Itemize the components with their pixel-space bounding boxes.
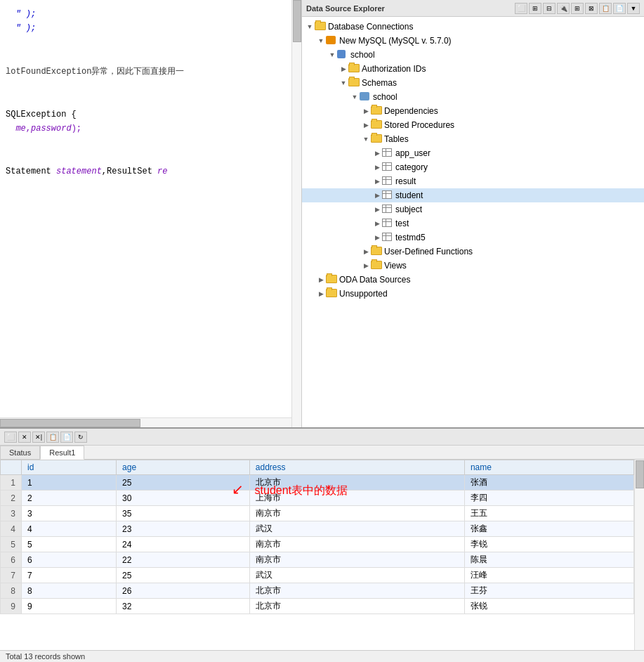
- bottom-btn-close[interactable]: ✕: [18, 431, 31, 443]
- dse-btn-6[interactable]: ⊠: [585, 3, 598, 14]
- tree-label-appuser: app_user: [395, 148, 431, 158]
- table-cell: 1: [22, 475, 117, 491]
- code-panel-scrollbar-h[interactable]: [0, 417, 291, 427]
- data-table-wrapper: id age address name 1125北京市张酒2230上海市李四33…: [0, 460, 634, 650]
- tree-label-result: result: [395, 176, 416, 186]
- tree-schemas[interactable]: ▼ Schemas: [302, 76, 644, 90]
- tab-status[interactable]: Status: [0, 446, 40, 459]
- col-rownum: [1, 460, 22, 475]
- dse-toolbar: ⬜ ⊞ ⊟ 🔌 ⊞ ⊠ 📋 📄 ▼: [515, 3, 640, 14]
- tree-app-user[interactable]: ▶ app_user: [302, 146, 644, 160]
- dse-btn-9[interactable]: ▼: [627, 3, 640, 14]
- bottom-status: Total 13 records shown: [0, 650, 644, 662]
- tree-label-mysql: New MySQL (MySQL v. 5.7.0): [339, 36, 452, 46]
- tree-category[interactable]: ▶ category: [302, 160, 644, 174]
- col-address: address: [249, 460, 464, 475]
- table-cell: 3: [22, 506, 117, 521]
- expand-icon-schemas: ▼: [339, 78, 348, 88]
- expand-icon-school: ▼: [327, 50, 337, 60]
- expand-icon-cat: ▶: [372, 162, 382, 172]
- table-cell: 25: [117, 475, 250, 491]
- tab-result1[interactable]: Result1: [40, 446, 84, 460]
- tree-label-student: student: [395, 190, 423, 200]
- tree-label-deps: Dependencies: [384, 106, 438, 116]
- table-header-row: id age address name: [1, 460, 634, 475]
- tree-student[interactable]: ▶ student ➜: [302, 188, 644, 202]
- cell-rownum: 6: [1, 552, 22, 568]
- tree-dependencies[interactable]: ▶ Dependencies: [302, 104, 644, 118]
- expand-icon-testmd5: ▶: [372, 233, 382, 242]
- expand-icon-school-schema: ▼: [350, 92, 360, 102]
- tree-oda[interactable]: ▶ ODA Data Sources: [302, 273, 644, 287]
- tree-label-sp: Stored Procedures: [384, 120, 454, 130]
- bottom-toolbar: ⬜ ✕ ✕| 📋 📄 ↻: [0, 429, 644, 446]
- expand-icon-sp: ▶: [361, 120, 371, 130]
- table-cell: 李锐: [464, 537, 633, 552]
- table-cell: 32: [117, 599, 250, 614]
- tree-unsupported[interactable]: ▶ Unsupported: [302, 287, 644, 301]
- tree-result[interactable]: ▶ result: [302, 174, 644, 188]
- dse-btn-5[interactable]: ⊞: [571, 3, 584, 14]
- bottom-btn-closex[interactable]: ✕|: [32, 431, 45, 443]
- cell-rownum: 1: [1, 475, 22, 491]
- tree-label-school-db: school: [350, 50, 375, 60]
- dse-panel: Data Source Explorer ⬜ ⊞ ⊟ 🔌 ⊞ ⊠ 📋 📄 ▼ ▼…: [302, 0, 644, 427]
- tree-stored-procedures[interactable]: ▶ Stored Procedures: [302, 118, 644, 132]
- tree-school-db[interactable]: ▼ school: [302, 48, 644, 62]
- tree-authorization-ids[interactable]: ▶ Authorization IDs: [302, 62, 644, 76]
- tree-label-school-schema: school: [373, 92, 397, 102]
- dse-btn-8[interactable]: 📄: [613, 3, 626, 14]
- tree-udf[interactable]: ▶ User-Defined Functions: [302, 245, 644, 259]
- cell-rownum: 3: [1, 506, 22, 521]
- tree-testmd5[interactable]: ▶ testmd5: [302, 231, 644, 245]
- table-cell: 北京市: [249, 599, 464, 614]
- tree-views[interactable]: ▶ Views: [302, 259, 644, 273]
- table-cell: 4: [22, 521, 117, 537]
- bottom-content: id age address name 1125北京市张酒2230上海市李四33…: [0, 460, 644, 650]
- expand-icon-mysql: ▼: [316, 36, 326, 46]
- table-cell: 24: [117, 537, 250, 552]
- col-name: name: [464, 460, 633, 475]
- table-cell: 8: [22, 583, 117, 599]
- tree-label-test: test: [395, 219, 409, 228]
- table-row: 7725武汉汪峰: [1, 568, 634, 583]
- tree-test[interactable]: ▶ test: [302, 216, 644, 231]
- bottom-btn-copy[interactable]: 📋: [46, 431, 59, 443]
- tree-school-schema[interactable]: ▼ school: [302, 90, 644, 104]
- bottom-btn-save[interactable]: 📄: [60, 431, 73, 443]
- cell-rownum: 2: [1, 491, 22, 506]
- table-cell: 26: [117, 583, 250, 599]
- table-cell: 南京市: [249, 506, 464, 521]
- tree-tables[interactable]: ▼ Tables: [302, 132, 644, 146]
- table-cell: 武汉: [249, 521, 464, 537]
- dse-btn-1[interactable]: ⬜: [515, 3, 527, 14]
- tree-subject[interactable]: ▶ subject: [302, 202, 644, 216]
- dse-btn-4[interactable]: 🔌: [557, 3, 570, 14]
- table-cell: 35: [117, 506, 250, 521]
- expand-icon-oda: ▶: [316, 275, 326, 285]
- cell-rownum: 4: [1, 521, 22, 537]
- table-cell: 张鑫: [464, 521, 633, 537]
- dse-btn-2[interactable]: ⊞: [529, 3, 541, 14]
- table-cell: 南京市: [249, 552, 464, 568]
- table-cell: 30: [117, 491, 250, 506]
- tree-new-mysql[interactable]: ▼ New MySQL (MySQL v. 5.7.0): [302, 34, 644, 48]
- tree-label-tables: Tables: [384, 134, 409, 144]
- expand-icon-auth: ▶: [339, 64, 348, 74]
- table-cell: 王芬: [464, 583, 633, 599]
- bottom-btn-refresh[interactable]: ↻: [74, 431, 87, 443]
- dse-btn-3[interactable]: ⊟: [543, 3, 556, 14]
- bottom-btn-stop[interactable]: ⬜: [4, 431, 17, 443]
- tree-database-connections[interactable]: ▼ Database Connections: [302, 20, 644, 34]
- dse-btn-7[interactable]: 📋: [599, 3, 612, 14]
- bottom-scrollbar-thumb[interactable]: [636, 460, 644, 488]
- table-row: 8826北京市王芬: [1, 583, 634, 599]
- dse-header: Data Source Explorer ⬜ ⊞ ⊟ 🔌 ⊞ ⊠ 📋 📄 ▼: [302, 0, 644, 17]
- bottom-scrollbar-v[interactable]: [634, 460, 644, 650]
- table-cell: 22: [117, 552, 250, 568]
- code-panel-scrollbar-v[interactable]: [291, 0, 301, 427]
- expand-icon-views: ▶: [361, 261, 371, 271]
- expand-icon-result: ▶: [372, 176, 382, 186]
- table-cell: 5: [22, 537, 117, 552]
- cell-rownum: 8: [1, 583, 22, 599]
